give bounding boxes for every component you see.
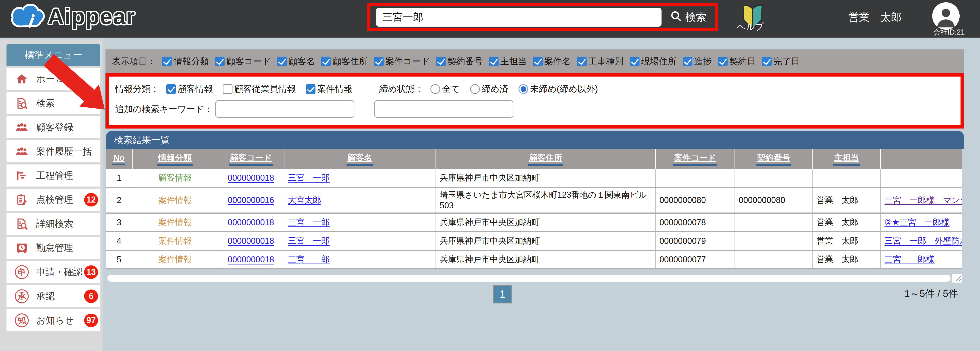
inspection-clipboard-icon (14, 192, 29, 207)
pagination-page-1-button[interactable]: 1 (493, 285, 512, 303)
info-category-options: 顧客情報 顧客従業員情報 案件情報 (166, 83, 353, 95)
customer-code-link[interactable]: 0000000018 (228, 236, 274, 246)
app-root: { "colors": { "annotation_red": "#f20d00… (0, 0, 980, 351)
search-button[interactable]: 検索 (668, 10, 708, 25)
checkbox-icon (577, 57, 587, 66)
closing-status-radio[interactable]: 全て (430, 83, 460, 95)
customer-address-cell: 兵庫県神戸市中央区加納町 (436, 232, 655, 250)
app-logo[interactable]: Aippear (9, 2, 135, 31)
column-sort-link[interactable]: 契約番号 (756, 152, 791, 166)
customer-name-link[interactable]: 三宮 一郎 (288, 217, 329, 227)
case-name-link[interactable]: ②★三宮 一郎様 (885, 217, 950, 227)
radio-label: 未締め(締め以外) (530, 83, 598, 95)
customer-name-link[interactable]: 大宮太郎 (288, 195, 321, 205)
info-category-cell: 案件情報 (132, 250, 218, 269)
sidebar-item-1[interactable]: 検索 (6, 92, 100, 114)
info-category-checkbox[interactable]: 案件情報 (306, 83, 353, 95)
sidebar-item-5[interactable]: 点検管理12 (6, 188, 100, 211)
column-sort-link[interactable]: 顧客名 (347, 152, 374, 166)
display-item-checkbox[interactable]: 案件コード (374, 56, 430, 67)
case-name-link[interactable]: 三宮 一郎 外壁防水 (885, 236, 962, 246)
search-icon (670, 10, 682, 25)
column-header: 契約番号 (735, 149, 813, 169)
display-item-checkbox[interactable]: 現場住所 (630, 56, 676, 67)
radio-label: 締め済 (482, 83, 508, 95)
help-button[interactable]: ヘルプ (740, 4, 775, 34)
case-name-link[interactable]: 三宮 一郎様 マンシ (885, 195, 962, 205)
extra-keyword-input-2[interactable] (374, 101, 514, 118)
sidebar-item-label: 顧客登録 (36, 121, 73, 134)
display-item-checkbox[interactable]: 契約番号 (436, 56, 483, 67)
display-item-checkbox[interactable]: 顧客コード (215, 56, 271, 67)
results-count-label: 1～5件 / 5件 (904, 287, 958, 300)
sidebar-item-9[interactable]: 承 承認6 (6, 285, 100, 307)
results-table-wrap: No情報分類顧客コード顧客名顧客住所案件コード契約番号主担当 1 顧客情報 00… (106, 149, 962, 269)
display-item-checkbox[interactable]: 顧客住所 (321, 56, 368, 67)
resize-grip-icon[interactable] (952, 274, 963, 282)
sidebar-item-0[interactable]: ホーム (6, 68, 100, 90)
extra-keyword-input-1[interactable] (215, 101, 355, 118)
radio-icon (470, 84, 480, 94)
column-sort-link[interactable]: 顧客住所 (528, 152, 563, 166)
customer-code-link[interactable]: 0000000018 (228, 173, 274, 183)
sidebar-item-label: 申請・確認 (36, 266, 83, 278)
sidebar-item-8[interactable]: 申 申請・確認13 (6, 261, 100, 283)
filter-row-keywords: 追加の検索キーワード： (115, 101, 961, 118)
column-sort-link[interactable]: No (112, 153, 126, 165)
column-sort-link[interactable]: 案件コード (673, 152, 717, 166)
sidebar-item-label: 案件履歴一括 (36, 145, 92, 158)
table-row: 3 案件情報 0000000018 三宮 一郎 兵庫県神戸市中央区加納町 000… (106, 213, 962, 232)
sidebar-item-4[interactable]: 工程管理 (6, 164, 100, 187)
case-name-cell: 三宮 一郎様 (881, 250, 962, 269)
clock-icon (14, 241, 29, 255)
column-header: 案件コード (655, 149, 735, 169)
sidebar-item-7[interactable]: 勤怠管理 (6, 237, 100, 259)
info-category-label: 情報分類： (115, 83, 159, 95)
row-number-cell: 5 (106, 250, 132, 269)
manager-cell: 営業 太郎 (813, 187, 881, 213)
customer-name-link[interactable]: 三宮 一郎 (288, 254, 329, 264)
radio-icon (430, 84, 440, 94)
sidebar-item-10[interactable]: 知 お知らせ97 (6, 309, 100, 331)
customer-code-link[interactable]: 0000000016 (228, 195, 274, 205)
info-category-cell: 顧客情報 (132, 169, 218, 187)
display-item-checkbox[interactable]: 工事種別 (577, 56, 624, 67)
display-item-checkbox[interactable]: 主担当 (489, 56, 527, 67)
display-item-checkbox[interactable]: 完了日 (762, 56, 800, 67)
customer-address-cell: 埼玉県さいたま市大宮区桜木町123番地の１関東南ビル503 (436, 187, 655, 213)
case-name-cell: ②★三宮 一郎様 (881, 213, 962, 232)
global-search-input[interactable] (376, 8, 662, 27)
customer-name-cell: 三宮 一郎 (284, 169, 436, 187)
customers-icon (14, 120, 29, 135)
customer-name-link[interactable]: 三宮 一郎 (288, 173, 329, 182)
info-category-checkbox[interactable]: 顧客情報 (166, 83, 213, 95)
display-item-checkbox[interactable]: 情報分類 (162, 56, 209, 67)
column-header: 情報分類 (132, 149, 218, 169)
display-items-label: 表示項目： (112, 56, 156, 67)
contract-number-cell (735, 213, 813, 232)
current-user-name[interactable]: 営業 太郎 (848, 0, 902, 35)
display-item-checkbox[interactable]: 案件名 (533, 56, 571, 67)
case-name-cell: 三宮 一郎様 マンシ (881, 187, 962, 213)
sidebar-item-3[interactable]: 案件履歴一括 (6, 140, 100, 163)
sidebar-item-6[interactable]: 詳細検索 (6, 213, 100, 235)
closing-status-radio[interactable]: 締め済 (470, 83, 508, 95)
display-item-checkbox[interactable]: 契約日 (718, 56, 756, 67)
case-name-link[interactable]: 三宮 一郎様 (885, 254, 935, 264)
display-item-checkbox[interactable]: 進捗 (682, 56, 712, 67)
column-sort-link[interactable]: 情報分類 (158, 152, 192, 166)
info-category-checkbox[interactable]: 顧客従業員情報 (223, 83, 296, 95)
customer-name-link[interactable]: 三宮 一郎 (288, 236, 329, 246)
customer-code-link[interactable]: 0000000018 (228, 218, 274, 227)
row-number-cell: 4 (106, 232, 132, 250)
customer-code-link[interactable]: 0000000018 (228, 255, 274, 264)
notification-badge: 6 (84, 290, 98, 303)
case-name-cell (881, 169, 962, 187)
avatar[interactable] (932, 2, 959, 30)
sidebar-item-2[interactable]: 顧客登録 (6, 116, 100, 138)
closing-status-radio[interactable]: 未締め(締め以外) (519, 83, 598, 95)
column-sort-link[interactable]: 主担当 (833, 152, 860, 166)
column-sort-link[interactable]: 顧客コード (229, 152, 273, 166)
display-item-checkbox[interactable]: 顧客名 (277, 56, 315, 67)
horizontal-scrollbar[interactable] (107, 274, 951, 282)
